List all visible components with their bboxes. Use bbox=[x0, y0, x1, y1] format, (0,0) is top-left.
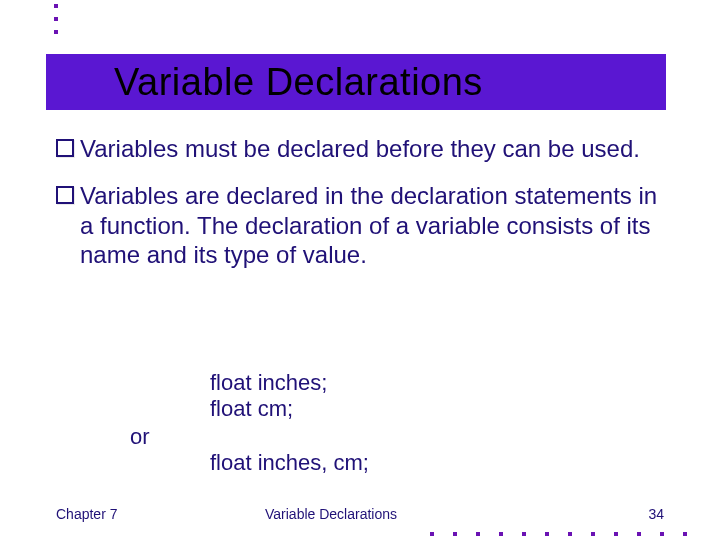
slide-content: Variables must be declared before they c… bbox=[56, 134, 666, 269]
dot-icon bbox=[522, 532, 526, 536]
code-line: float cm; bbox=[210, 396, 327, 422]
dot-icon bbox=[430, 532, 434, 536]
dot-icon bbox=[545, 532, 549, 536]
checkbox-bullet-icon bbox=[56, 186, 74, 204]
dot-icon bbox=[54, 30, 58, 34]
checkbox-bullet-icon bbox=[56, 139, 74, 157]
code-example-1: float inches; float cm; bbox=[210, 370, 327, 423]
dot-icon bbox=[54, 17, 58, 21]
or-separator: or bbox=[130, 424, 150, 450]
code-line: float inches; bbox=[210, 370, 327, 396]
dot-icon bbox=[568, 532, 572, 536]
dot-icon bbox=[54, 4, 58, 8]
bullet-text: Variables must be declared before they c… bbox=[80, 134, 666, 163]
dot-icon bbox=[614, 532, 618, 536]
footer-topic: Variable Declarations bbox=[265, 506, 397, 522]
code-line: float inches, cm; bbox=[210, 450, 369, 476]
decorative-dots-bottom bbox=[430, 532, 687, 536]
dot-icon bbox=[499, 532, 503, 536]
dot-icon bbox=[476, 532, 480, 536]
dot-icon bbox=[591, 532, 595, 536]
list-item: Variables must be declared before they c… bbox=[56, 134, 666, 163]
bullet-text: Variables are declared in the declaratio… bbox=[80, 181, 666, 269]
slide-title: Variable Declarations bbox=[114, 61, 483, 104]
dot-icon bbox=[637, 532, 641, 536]
footer-chapter: Chapter 7 bbox=[56, 506, 117, 522]
slide-title-bar: Variable Declarations bbox=[46, 54, 666, 110]
dot-icon bbox=[683, 532, 687, 536]
list-item: Variables are declared in the declaratio… bbox=[56, 181, 666, 269]
decorative-dots-top bbox=[54, 4, 58, 34]
footer-page-number: 34 bbox=[648, 506, 664, 522]
dot-icon bbox=[660, 532, 664, 536]
code-example-2: float inches, cm; bbox=[210, 450, 369, 476]
dot-icon bbox=[453, 532, 457, 536]
